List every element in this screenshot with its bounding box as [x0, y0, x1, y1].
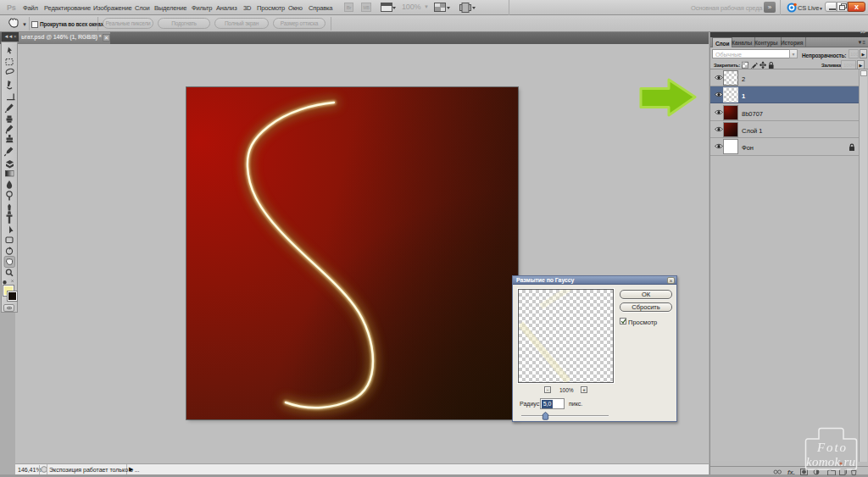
- svg-text:Foto: Foto: [816, 441, 847, 454]
- svg-text:fx.: fx.: [787, 469, 795, 475]
- svg-text:komok.ru: komok.ru: [806, 455, 855, 469]
